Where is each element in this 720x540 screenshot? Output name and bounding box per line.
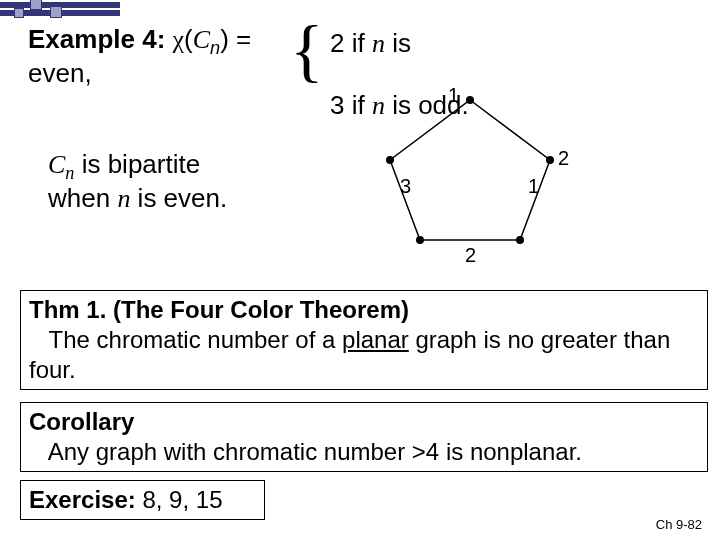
bip-line1: is bipartite — [74, 149, 200, 179]
exercise-box: Exercise: 8, 9, 15 — [20, 480, 265, 520]
pentagon-graph: 1 2 3 1 2 — [370, 90, 570, 250]
open-paren: ( — [184, 24, 193, 54]
bipartite-note: Cn is bipartite when n is even. — [48, 150, 227, 214]
svg-marker-0 — [390, 100, 550, 240]
exercise-title: Exercise: — [29, 486, 136, 513]
case-even-if: if — [344, 28, 371, 58]
case-even-num: 2 — [330, 28, 344, 58]
corollary-title: Corollary — [29, 407, 699, 437]
cycle-C: C — [193, 25, 210, 54]
corollary-text: Any graph with chromatic number >4 is no… — [48, 438, 582, 465]
corollary-box: Corollary Any graph with chromatic numbe… — [20, 402, 708, 472]
bip-n2: n — [117, 184, 130, 213]
svg-point-3 — [516, 236, 524, 244]
cycle-n: n — [210, 38, 220, 58]
vertex-label-3: 3 — [400, 175, 411, 197]
theorem-title: Thm 1. (The Four Color Theorem) — [29, 295, 699, 325]
corner-decoration — [0, 0, 120, 20]
bip-when: when — [48, 183, 117, 213]
brace-symbol: { — [290, 30, 324, 72]
chi-symbol: χ — [173, 25, 185, 54]
close-eq: ) = — [220, 24, 251, 54]
case-even: 2 if n is — [330, 28, 411, 59]
theorem-body: The chromatic number of a planar graph i… — [29, 325, 699, 385]
example-label: Example 4: — [28, 24, 165, 54]
vertex-label-1: 1 — [448, 84, 459, 106]
bip-even: is even. — [130, 183, 227, 213]
case-even-tail: is — [385, 28, 411, 58]
svg-point-5 — [386, 156, 394, 164]
case-odd-num: 3 — [330, 90, 344, 120]
even-word: even, — [28, 58, 92, 89]
vertex-label-4: 1 — [528, 175, 539, 197]
svg-point-1 — [466, 96, 474, 104]
case-odd-if: if — [344, 90, 371, 120]
bip-C: C — [48, 150, 65, 179]
svg-point-4 — [416, 236, 424, 244]
corollary-body: Any graph with chromatic number >4 is no… — [29, 437, 699, 467]
theorem-box: Thm 1. (The Four Color Theorem) The chro… — [20, 290, 708, 390]
thm-body-pre: The chromatic number of a — [49, 326, 342, 353]
slide-number: Ch 9-82 — [656, 517, 702, 532]
vertex-label-5: 2 — [465, 244, 476, 266]
vertex-label-2: 2 — [558, 147, 569, 169]
svg-point-2 — [546, 156, 554, 164]
exercise-items: 8, 9, 15 — [136, 486, 223, 513]
case-even-n: n — [372, 29, 385, 58]
thm-planar: planar — [342, 326, 409, 353]
